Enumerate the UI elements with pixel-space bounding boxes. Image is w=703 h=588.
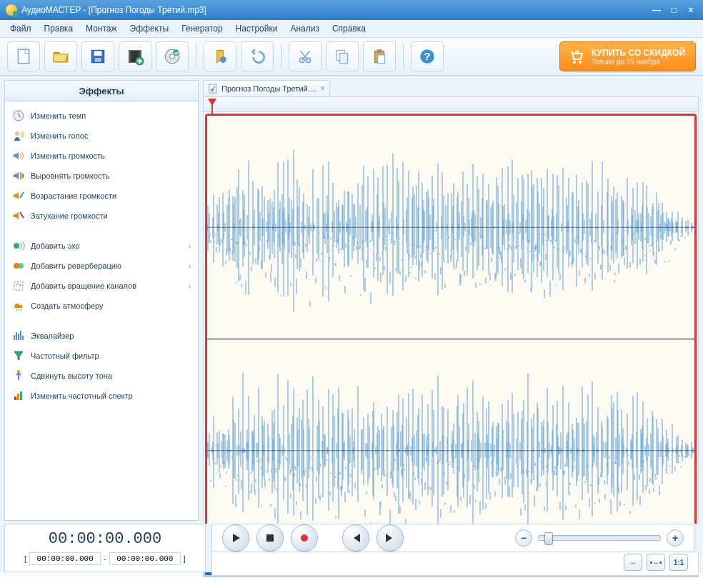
open-button[interactable]: [44, 41, 77, 71]
svg-rect-26: [22, 174, 24, 178]
pitch-icon: [12, 369, 25, 382]
fadein-icon: [12, 189, 25, 202]
tab-close-icon[interactable]: ×: [320, 84, 325, 94]
content-area: Эффекты Изменить темп Изменить голос Изм…: [0, 76, 703, 525]
zoom-slider[interactable]: [538, 535, 661, 541]
effect-rotate[interactable]: Добавить вращение каналов‹: [5, 276, 198, 296]
svg-point-22: [579, 61, 582, 64]
burn-cd-button[interactable]: [156, 41, 189, 71]
save-video-button[interactable]: [119, 41, 151, 71]
toolbar-separator: [281, 44, 281, 69]
svg-rect-15: [340, 54, 348, 64]
chevron-left-icon: ‹: [189, 262, 191, 270]
zoom-in-button[interactable]: +: [667, 529, 684, 547]
help-button[interactable]: ?: [411, 41, 444, 71]
save-button[interactable]: [81, 41, 114, 71]
copy-button[interactable]: [326, 41, 359, 71]
next-button[interactable]: [377, 524, 404, 552]
waveform-panel: [203, 96, 699, 577]
svg-point-11: [220, 56, 226, 63]
sidebar: Эффекты Изменить темп Изменить голос Изм…: [4, 80, 199, 521]
stop-button[interactable]: [256, 524, 284, 552]
menu-settings[interactable]: Настройки: [230, 21, 284, 36]
svg-rect-42: [266, 534, 274, 542]
timeline-ruler[interactable]: [204, 97, 698, 112]
bookmark-button[interactable]: [204, 41, 236, 71]
titlebar: АудиоМАСТЕР - [Прогноз Погоды Третий.mp3…: [0, 0, 703, 20]
zoom-11-button[interactable]: 1:1: [669, 554, 688, 571]
filter-icon: [12, 349, 25, 362]
selection-start-input[interactable]: [29, 552, 101, 565]
play-button[interactable]: [222, 524, 249, 552]
zoom-knob[interactable]: [544, 532, 553, 545]
effect-voice[interactable]: Изменить голос: [5, 126, 198, 146]
playhead-marker[interactable]: [208, 99, 216, 106]
paste-button[interactable]: [363, 41, 396, 71]
toolbar: ? КУПИТЬ СО СКИДКОЙ Только до 15 ноября: [0, 38, 703, 76]
fit-selection-button[interactable]: •↔•: [647, 554, 665, 571]
menu-analysis[interactable]: Анализ: [284, 21, 325, 36]
svg-rect-37: [14, 397, 16, 400]
sidebar-list: Изменить темп Изменить голос Изменить гр…: [5, 101, 198, 410]
menu-file[interactable]: Файл: [4, 21, 37, 36]
effect-atmosphere[interactable]: Создать атмосферу: [5, 296, 198, 316]
view-controls: ↔ •↔• 1:1: [211, 552, 699, 576]
fit-width-button[interactable]: ↔: [624, 554, 642, 571]
app-window: АудиоМАСТЕР - [Прогноз Погоды Третий.mp3…: [0, 0, 703, 588]
effect-tempo[interactable]: Изменить темп: [5, 106, 198, 126]
svg-rect-34: [20, 331, 21, 340]
zoom-controls: − +: [515, 529, 684, 547]
svg-rect-30: [14, 281, 23, 290]
svg-point-43: [301, 534, 308, 542]
new-button[interactable]: [7, 41, 40, 71]
toolbar-separator: [196, 44, 196, 69]
cart-icon: [567, 48, 584, 65]
effect-filter[interactable]: Частотный фильтр: [5, 346, 198, 366]
effect-pitch[interactable]: Сдвинуть высоту тона: [5, 366, 198, 386]
menu-montage[interactable]: Монтаж: [80, 21, 123, 36]
selection-end-input[interactable]: [109, 552, 181, 565]
svg-rect-40: [209, 84, 216, 93]
menu-generator[interactable]: Генератор: [176, 21, 228, 36]
effect-normalize[interactable]: Выровнять громкость: [5, 166, 198, 186]
svg-point-36: [17, 370, 20, 373]
normalize-icon: [12, 169, 25, 182]
spectrum-icon: [12, 389, 25, 402]
zoom-out-button[interactable]: −: [515, 529, 532, 547]
menu-edit[interactable]: Правка: [39, 21, 79, 36]
effect-fadeout[interactable]: Затухание громкости: [5, 206, 198, 226]
svg-rect-3: [95, 58, 101, 61]
svg-point-24: [15, 131, 19, 136]
minimize-button[interactable]: —: [650, 5, 663, 15]
effect-fadein[interactable]: Возрастание громкости: [5, 186, 198, 206]
menu-help[interactable]: Справка: [326, 21, 372, 36]
menubar: Файл Правка Монтаж Эффекты Генератор Нас…: [0, 20, 703, 38]
buy-sublabel: Только до 15 ноября: [592, 58, 660, 66]
file-tab[interactable]: Прогноз Погоды Третий.... ×: [203, 80, 330, 96]
effect-spectrum[interactable]: Изменить частотный спектр: [5, 386, 198, 406]
svg-rect-39: [20, 392, 22, 400]
effect-reverb[interactable]: Добавить реверберацию‹: [5, 256, 198, 276]
svg-rect-0: [18, 49, 29, 64]
effect-eq[interactable]: Эквалайзер: [5, 326, 198, 346]
effect-echo[interactable]: Добавить эхо‹: [5, 236, 198, 256]
tab-bar: Прогноз Погоды Третий.... ×: [203, 80, 699, 96]
effect-volume[interactable]: Изменить громкость: [5, 146, 198, 166]
clock-icon: [12, 109, 25, 122]
audio-file-icon: [208, 84, 218, 94]
close-button[interactable]: ×: [684, 5, 697, 15]
menu-effects[interactable]: Эффекты: [124, 21, 175, 36]
undo-button[interactable]: [241, 41, 274, 71]
record-button[interactable]: [291, 524, 318, 552]
waveform-display[interactable]: [205, 114, 697, 564]
svg-rect-5: [129, 50, 131, 62]
chevron-left-icon: ‹: [189, 242, 191, 250]
prev-button[interactable]: [342, 524, 369, 552]
chevron-left-icon: ‹: [189, 282, 191, 290]
sidebar-title: Эффекты: [5, 81, 198, 101]
maximize-button[interactable]: □: [667, 5, 680, 15]
transport-controls: − +: [211, 524, 694, 552]
buy-button[interactable]: КУПИТЬ СО СКИДКОЙ Только до 15 ноября: [559, 41, 696, 71]
svg-point-29: [18, 263, 24, 269]
cut-button[interactable]: [289, 41, 321, 71]
